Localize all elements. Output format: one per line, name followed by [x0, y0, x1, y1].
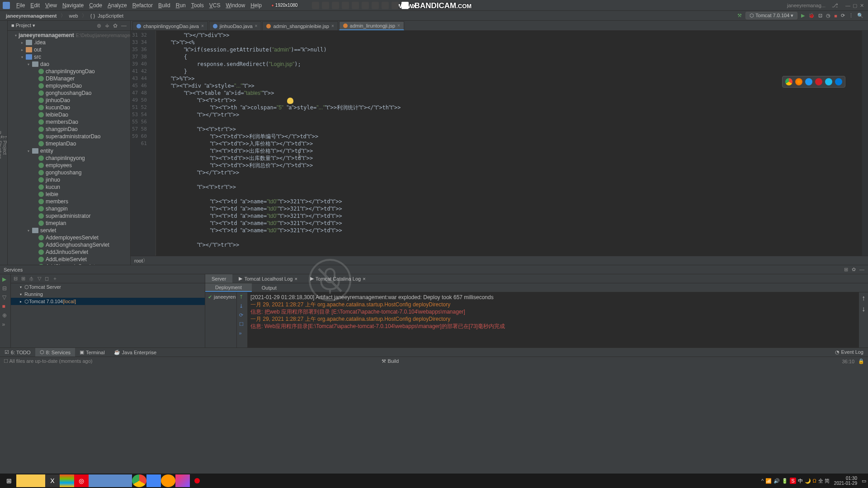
breadcrumb-folder[interactable]: web [68, 13, 80, 19]
tray-app1-icon[interactable]: Ω [813, 478, 816, 483]
tray-moon-icon[interactable]: 🌙 [805, 478, 811, 484]
scroll-bottom-icon[interactable]: ↓ [862, 305, 865, 313]
tree-item[interactable]: membersDao [8, 118, 130, 126]
event-log-button[interactable]: ◔ Event Log [835, 349, 863, 355]
terminal-tab[interactable]: ▣Terminal [75, 348, 109, 357]
task-app7[interactable] [146, 474, 161, 487]
editor-tab[interactable]: admin_shangpinleibie.jsp× [262, 21, 338, 30]
task-app1[interactable]: X [45, 474, 60, 487]
tree-item[interactable]: leibie [8, 191, 130, 198]
menu-code[interactable]: Code [86, 2, 105, 9]
select-opened-icon[interactable]: ⊕ [97, 23, 101, 29]
tray-volume-icon[interactable]: 🔊 [774, 478, 780, 484]
tree-item[interactable]: AddemployeesServlet [8, 234, 130, 241]
menu-view[interactable]: View [42, 2, 60, 9]
minimize-icon[interactable]: — [845, 3, 851, 8]
tray-ime2[interactable]: 全 简 [818, 478, 830, 484]
firefox-icon[interactable] [795, 78, 802, 85]
menu-edit[interactable]: Edit [28, 2, 42, 9]
tree-item[interactable]: employeesDao [8, 82, 130, 89]
tree-item[interactable]: shangpin [8, 205, 130, 212]
java-enterprise-tab[interactable]: ☕Java Enterprise [109, 348, 161, 357]
tree-item[interactable]: ▾servlet [8, 227, 130, 234]
settings-icon[interactable]: ✿ [113, 23, 118, 29]
structure-tool-button[interactable]: ⧉ 7: Structure [0, 25, 2, 265]
collapse-icon[interactable]: ⊟ [14, 276, 18, 282]
tray-up-icon[interactable]: ^ [761, 478, 764, 483]
filter-icon[interactable]: ▽ [2, 294, 9, 300]
task-app3[interactable]: ◎ [74, 474, 89, 487]
tree-item[interactable]: members [8, 198, 130, 205]
tree-item[interactable]: DBManager [8, 75, 130, 82]
stop-icon[interactable]: ■ [834, 13, 837, 19]
maximize-icon[interactable]: ▢ [853, 3, 858, 8]
project-tree[interactable]: ▾janeeyremanagementE:\Debug\janeeyremana… [8, 31, 130, 265]
task-app4[interactable] [89, 474, 103, 487]
task-chrome[interactable] [132, 474, 146, 487]
add-icon[interactable]: ＋ [52, 275, 57, 282]
scroll-top-icon[interactable]: ↑ [862, 294, 865, 302]
tree-item[interactable]: AddGonghuoshangServlet [8, 241, 130, 249]
ie-icon[interactable] [825, 78, 832, 85]
expand-icon[interactable]: ≑ [105, 23, 109, 29]
services-layout-icon[interactable]: ⊞ [844, 267, 848, 272]
vcs-branch-icon[interactable]: ⎇ [832, 2, 838, 9]
tree-item[interactable]: timeplan [8, 220, 130, 227]
edge-icon[interactable] [835, 78, 842, 85]
deploy-icon[interactable]: ⊕ [2, 312, 9, 319]
services-settings-icon[interactable]: ✿ [852, 267, 856, 272]
update-icon[interactable]: ⟳ [841, 13, 845, 19]
deploy-up-icon[interactable]: ⤒ [239, 294, 245, 300]
tree-item[interactable]: shangpinDao [8, 126, 130, 133]
tree-item[interactable]: ▸.idea [8, 39, 130, 46]
tree-item[interactable]: AddJinhuoServlet [8, 249, 130, 256]
project-tool-button[interactable]: 1: Project [2, 25, 7, 265]
task-app5[interactable] [103, 474, 118, 487]
search-icon[interactable]: 🔍 [857, 13, 863, 19]
lock-icon[interactable]: 🔒 [858, 358, 864, 364]
system-clock[interactable]: 01:302021-01-29 [831, 476, 860, 486]
notifications-icon[interactable]: ▭ [862, 478, 866, 484]
task-bandicam[interactable] [190, 474, 204, 487]
task-intellij[interactable] [175, 474, 190, 487]
tree-item[interactable]: leibieDao [8, 111, 130, 118]
tree-item[interactable]: timeplanDao [8, 140, 130, 147]
menu-vcs[interactable]: VCS [207, 2, 223, 9]
menu-navigate[interactable]: Navigate [60, 2, 86, 9]
tree-item[interactable]: ▾janeeyremanagementE:\Debug\janeeyremana… [8, 32, 130, 39]
intention-bulb-icon[interactable] [287, 98, 293, 104]
group-icon[interactable]: ⫛ [29, 276, 34, 282]
menu-run[interactable]: Run [173, 2, 189, 9]
deploy-refresh-icon[interactable]: ⟳ [239, 312, 245, 319]
services-hide-icon[interactable]: — [859, 267, 864, 272]
tree-item[interactable]: superadministratorDao [8, 133, 130, 140]
server-tab[interactable]: Server [205, 274, 232, 283]
build-icon[interactable]: ⚒ [737, 13, 742, 19]
tree-item[interactable]: kucun [8, 183, 130, 191]
tray-ime[interactable]: S [790, 478, 796, 484]
menu-window[interactable]: Window [223, 2, 248, 9]
task-explorer[interactable] [16, 474, 31, 487]
menu-build[interactable]: Build [156, 2, 173, 9]
deploy-browse-icon[interactable]: ☐ [239, 321, 245, 328]
task-app6[interactable] [118, 474, 132, 487]
profiler-icon[interactable]: ◷ [826, 13, 830, 19]
output-tab[interactable]: Output [252, 283, 287, 292]
console-output[interactable]: [2021-01-29 01:28:18,300] Artifact janee… [248, 292, 859, 347]
deployment-tab[interactable]: Deployment [205, 283, 252, 292]
code-editor[interactable]: "t"></"t">div"t">> "t">"t"><% "k">if(ses… [156, 31, 862, 256]
expand-icon[interactable]: ⊞ [21, 276, 25, 282]
more-icon[interactable]: » [2, 321, 9, 328]
tray-ime-cn[interactable]: 中 [798, 478, 803, 484]
editor-breadcrumb[interactable]: root 〉 [131, 256, 868, 265]
tree-item[interactable]: AddLeibieServlet [8, 256, 130, 263]
editor-tab[interactable]: chanpinlingyongDao.java× [132, 21, 208, 30]
safari-icon[interactable] [805, 78, 812, 85]
tree-item[interactable]: ▾dao [8, 61, 130, 68]
menu-analyze[interactable]: Analyze [105, 2, 130, 9]
tree-icon[interactable]: ⊟ [2, 285, 9, 291]
start-button[interactable]: ⊞ [2, 474, 16, 487]
tree-item[interactable]: kucunDao [8, 104, 130, 111]
run-icon[interactable]: ▶ [801, 13, 805, 19]
menu-file[interactable]: File [14, 2, 28, 9]
